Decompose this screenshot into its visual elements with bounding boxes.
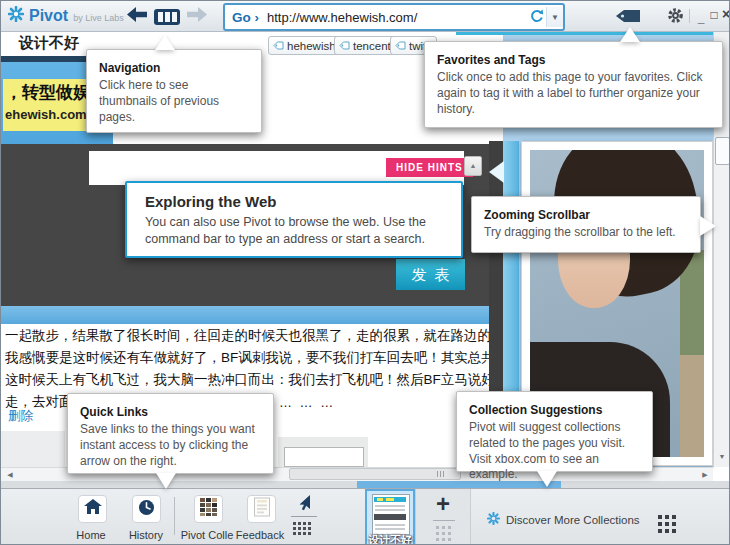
feedback-page-icon [253,497,271,521]
hint-title: Zooming Scrollbar [484,208,688,222]
window-controls-divider [689,9,690,23]
minimize-button[interactable]: _ [695,6,707,24]
add-quick-link-button[interactable]: + [416,489,470,519]
settings-gear-icon[interactable] [667,7,684,28]
back-icon[interactable] [127,7,147,26]
paragraph-line: 我感慨要是这时候还有车做就好了，BF讽刺我说，要不我们打车回去吧！其实总共 [5,349,501,371]
collections-grid-icon[interactable] [658,515,662,519]
history-thumbnails-icon[interactable] [154,9,180,25]
tag-chip-icon [395,41,406,50]
home-button[interactable] [78,495,107,523]
feedback-button[interactable] [247,495,276,523]
tag-chip-hehewish[interactable]: hehewish [268,36,344,55]
tag-chip-label: hehewish [287,40,336,52]
hint-body: Click here to see thumbnails of previous… [99,78,225,125]
bottom-toolbar: Home History Pivot Colle Fe [1,488,730,545]
brand-name: Pivot [29,7,68,25]
forward-icon[interactable] [187,7,207,26]
feedback-label: Feedback [232,529,288,541]
page-title-snippet: 设计不好 [19,34,79,53]
url-input[interactable]: http://www.hehewish.com/ [267,10,526,25]
tag-chip-icon [273,41,284,50]
home-label: Home [67,529,115,541]
pivot-collections-label: Pivot Colle [179,529,235,541]
scroll-left-icon[interactable]: ◀ [3,469,17,480]
delete-link[interactable]: 删除 [8,408,33,425]
hint-quick-links: Quick Links Save links to the things you… [67,393,274,474]
photo-background-ground [680,355,704,457]
hint-tail-right [700,216,716,236]
collection-mosaic-icon [199,497,218,521]
page-divider-bar [1,306,503,324]
quick-links-grid-icon[interactable] [293,522,296,525]
quick-link-thumbnail [372,494,410,535]
discover-more-collections-button[interactable]: Discover More Collections [487,511,640,529]
hint-tail-up [155,35,175,50]
pivot-logo-icon [8,6,24,26]
pivot-collections-button[interactable] [194,495,223,523]
quick-links-divider [291,516,317,517]
paragraph-ellipsis: … … … [279,395,335,410]
pivot-snowflake-icon [487,511,500,529]
url-dropdown-icon[interactable]: ▼ [546,7,563,27]
hint-favorites-and-tags: Favorites and Tags Click once to add thi… [424,41,723,128]
hint-zooming-scrollbar: Zooming Scrollbar Try dragging the scrol… [471,196,701,253]
hint-body: Try dragging the scrollbar to the left. [484,225,688,241]
hint-exploring-the-web: Exploring the Web You can also use Pivot… [125,181,463,258]
thumbnail-line [375,505,405,507]
collapse-panel-arrow-icon[interactable] [489,161,504,183]
hint-title: Collection Suggestions [469,403,640,417]
horizontal-scrollbar-thumb[interactable] [289,468,461,480]
paragraph-line: 一起散步，结果散了很长时间，往回走的时候天也很黑了，走的很累，就在路边的公 [5,327,501,349]
discover-label: Discover More Collections [506,514,640,526]
thumbnail-highlight [377,498,383,501]
history-button[interactable] [132,495,161,523]
hint-title: Quick Links [80,405,261,419]
inner-scroll-up-icon[interactable]: ▲ [464,156,482,176]
address-bar: Go › http://www.hehewish.com/ ▼ [223,3,565,31]
empty-slot-grid-icon [436,526,439,529]
hint-title: Favorites and Tags [437,53,710,67]
home-icon [84,499,102,519]
go-button[interactable]: Go › [225,10,267,25]
tag-chip-label: tencent [353,40,391,52]
hint-title: Exploring the Web [145,193,443,210]
pivot-browser-window: Pivot by Live Labs Go › http://www.hehew… [0,0,730,545]
add-quick-link-cell[interactable]: + [415,489,471,545]
maximize-button[interactable]: □ [708,6,720,24]
thumbnail-line [375,528,405,530]
thumbnail-line [375,524,405,526]
close-button[interactable]: × [720,6,730,24]
quick-link-selected[interactable]: 设计不好 [365,489,415,545]
hint-navigation: Navigation Click here to see thumbnails … [86,49,262,133]
quick-link-label: 设计不好 [367,533,413,545]
comment-input[interactable] [284,447,364,467]
hide-hints-button[interactable]: HIDE HINTS [386,158,473,177]
hint-tail-up [620,27,640,42]
hint-title: Navigation [99,61,249,75]
toolbar-divider [174,497,175,535]
history-clock-icon [138,499,155,520]
thumbnail-line [375,509,405,511]
scroll-right-icon[interactable]: ▶ [698,469,712,480]
hint-body: Click once to add this page to your favo… [437,70,710,117]
nav-button-group [127,7,207,26]
thumbnail-band [374,514,406,520]
add-cell-divider [433,520,455,521]
favorites-tag-icon[interactable] [615,9,641,27]
refresh-icon[interactable] [526,8,546,27]
hint-tail-down [156,473,176,489]
tag-chip-icon [339,41,350,50]
history-label: History [122,529,170,541]
page-footer-block [1,431,65,467]
vertical-scrollbar-thumb[interactable] [715,137,730,165]
publish-button[interactable]: 发表 [396,259,465,290]
scrollbar-grip [437,471,444,477]
quick-links-arrow-icon[interactable] [294,494,312,516]
brand-suffix: by Live Labs [73,13,124,23]
app-brand: Pivot by Live Labs [8,6,124,26]
hint-body: Save links to the things you want instan… [80,422,258,469]
scroll-down-icon[interactable]: ▼ [715,449,729,465]
hint-tail-down [537,471,557,487]
thumbnail-highlight [386,498,394,501]
